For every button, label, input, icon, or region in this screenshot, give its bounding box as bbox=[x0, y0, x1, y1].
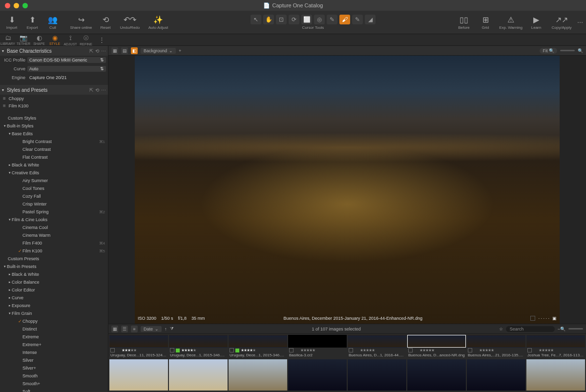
thumbnail[interactable] bbox=[169, 359, 228, 391]
preset-item[interactable]: Film F400⌘4 bbox=[0, 239, 108, 247]
grid-button[interactable]: ⊞Grid bbox=[477, 12, 494, 33]
zoom-out-icon[interactable]: −🔍 bbox=[558, 327, 565, 331]
menu-icon[interactable]: ⋯ bbox=[101, 48, 106, 54]
creative-edits-group[interactable]: ▾Creative Edits bbox=[0, 169, 108, 177]
star-rating[interactable]: ★★★★★ bbox=[300, 348, 315, 352]
tool-keystone[interactable]: ⬜ bbox=[301, 15, 312, 24]
search-input[interactable]: Search bbox=[506, 326, 555, 332]
multi-view-icon[interactable]: ▤ bbox=[121, 47, 128, 54]
tooltab-adjust[interactable]: ⟟ADJUST bbox=[63, 34, 78, 45]
preset-item[interactable]: Extreme+ bbox=[0, 341, 108, 349]
thumbnail[interactable] bbox=[229, 359, 287, 391]
tool-eraser[interactable]: ✎ bbox=[352, 15, 363, 24]
preset-group[interactable]: ▸Exposure bbox=[0, 302, 108, 309]
preset-item[interactable]: Silver+ bbox=[0, 364, 108, 372]
tooltab-more[interactable]: ⋮ bbox=[94, 34, 109, 45]
star-rating[interactable]: ★★★★★ bbox=[539, 348, 553, 352]
share-online-button[interactable]: ↪Share online bbox=[68, 12, 94, 33]
minimize-button[interactable] bbox=[14, 3, 19, 8]
applied-style-item[interactable]: ≡Choppy bbox=[0, 95, 108, 102]
preset-item[interactable]: Pastel Spring⌘2 bbox=[0, 208, 108, 216]
reset-icon[interactable]: ⟲ bbox=[95, 48, 99, 54]
thumb-checkbox[interactable] bbox=[110, 348, 115, 352]
thumb-checkbox[interactable] bbox=[349, 348, 353, 352]
add-icon[interactable]: + bbox=[179, 48, 181, 53]
tooltab-library[interactable]: 🗂LIBRARY bbox=[0, 34, 16, 45]
proof-view-icon[interactable]: ◧ bbox=[131, 47, 138, 54]
tooltab-style[interactable]: ◉STYLE bbox=[47, 34, 63, 45]
menu-icon[interactable]: ⋯ bbox=[101, 87, 106, 93]
thumbnail-cell[interactable]: ★★★★★ Buenos Aires,...21, 2016-135.CR2 bbox=[467, 335, 525, 357]
preset-item[interactable]: Silver bbox=[0, 356, 108, 364]
thumbnail-image[interactable] bbox=[288, 335, 347, 348]
cull-button[interactable]: 👥Cull bbox=[44, 12, 62, 33]
thumb-checkbox[interactable] bbox=[289, 348, 293, 352]
reset-icon[interactable]: ⟲ bbox=[95, 87, 99, 93]
preset-item[interactable]: Cozy Fall bbox=[0, 192, 108, 200]
thumbnail[interactable] bbox=[288, 359, 347, 391]
thumbnail-cell[interactable]: ★★★★★ Buenos Aires, D...1, 2016-44.CR2 bbox=[348, 335, 406, 357]
sort-select[interactable]: Date⌄ bbox=[141, 326, 162, 332]
tooltab-shape[interactable]: ◐SHAPE bbox=[31, 34, 47, 45]
tool-mask[interactable]: ✎ bbox=[327, 15, 337, 24]
color-tag[interactable] bbox=[355, 349, 358, 352]
list-view-icon[interactable]: ☰ bbox=[121, 326, 128, 332]
preset-item[interactable]: Crisp Winter bbox=[0, 200, 108, 208]
copy-apply-button[interactable]: ↗↗Copy/Apply bbox=[549, 12, 574, 33]
color-tag[interactable] bbox=[295, 349, 299, 352]
built-in-styles-item[interactable]: ▾Built-in Styles bbox=[0, 122, 108, 130]
tooltab-refine[interactable]: ⦾REFINE bbox=[78, 34, 94, 45]
tool-gradient[interactable]: ◢ bbox=[365, 15, 376, 24]
thumbnail[interactable] bbox=[467, 359, 525, 391]
thumbnail-cell[interactable]: ★★★★★ Joshua Tree, Fe...7, 2016-113.cr2 bbox=[526, 335, 585, 357]
thumb-checkbox[interactable] bbox=[170, 348, 174, 352]
color-tag[interactable] bbox=[176, 349, 180, 352]
preset-item[interactable]: Bright Contrast⌘1 bbox=[0, 138, 108, 145]
thumbnail-image[interactable] bbox=[526, 335, 585, 348]
film-grain-group[interactable]: ▾Film Grain bbox=[0, 309, 108, 317]
tool-crop[interactable]: ⊡ bbox=[276, 15, 287, 24]
tool-select[interactable]: ↖ bbox=[251, 15, 261, 24]
thumbnail[interactable] bbox=[526, 359, 585, 391]
star-rating[interactable]: ★★★★★ bbox=[360, 348, 375, 352]
preset-item[interactable]: ✓Choppy bbox=[0, 317, 108, 325]
preset-item[interactable]: Cinema Cool bbox=[0, 224, 108, 231]
auto-adjust-button[interactable]: ✨Auto Adjust bbox=[146, 12, 171, 33]
preset-item[interactable]: Distinct bbox=[0, 325, 108, 333]
exp-warning-button[interactable]: ⚠Exp. Warning bbox=[498, 12, 523, 33]
image-viewer[interactable]: ISO 3200 1/50 s f/1,8 35 mm Buenos Aires… bbox=[108, 56, 586, 324]
import-button[interactable]: ⬇Import bbox=[3, 12, 21, 33]
thumbnail-image[interactable] bbox=[407, 335, 466, 348]
star-rating[interactable]: ★★★★★ bbox=[122, 348, 136, 352]
tool-spot[interactable]: ◎ bbox=[314, 15, 325, 24]
preset-item[interactable]: Intense bbox=[0, 349, 108, 356]
filter-icon[interactable]: ⧩ bbox=[170, 326, 174, 331]
icc-profile-select[interactable]: Canon EOS-5D MkIII Generic⇅ bbox=[27, 57, 106, 63]
thumb-size-slider[interactable] bbox=[568, 328, 583, 330]
close-button[interactable] bbox=[5, 3, 10, 8]
color-tag-widget[interactable]: · · · · · bbox=[538, 316, 549, 321]
base-edits-group[interactable]: ▾Base Edits bbox=[0, 130, 108, 138]
export-button[interactable]: ⬆Export bbox=[23, 12, 41, 33]
thumbnail[interactable] bbox=[407, 359, 466, 391]
thumbnail-cell[interactable]: ★★★★★ Basilica-3.cr2 bbox=[288, 335, 347, 357]
thumbnail-image[interactable] bbox=[348, 335, 406, 348]
preset-group[interactable]: ▸Curve bbox=[0, 294, 108, 302]
thumb-checkbox[interactable] bbox=[408, 348, 413, 352]
filmstrip-view-icon[interactable]: ≡ bbox=[131, 326, 138, 332]
star-rating[interactable]: ★★★★★ bbox=[479, 348, 494, 352]
chevron-down-icon[interactable]: ▾ bbox=[2, 49, 7, 53]
maximize-button[interactable] bbox=[22, 3, 28, 8]
thumbnail-image[interactable] bbox=[169, 335, 228, 348]
tool-brush[interactable]: 🖌 bbox=[339, 15, 350, 24]
film-cine-group[interactable]: ▾Film & Cine Looks bbox=[0, 216, 108, 224]
star-rating[interactable]: ★★★★★ bbox=[181, 348, 196, 352]
preset-group[interactable]: ▸Black & White bbox=[0, 270, 108, 278]
rating-filter[interactable]: ☆ bbox=[499, 327, 503, 331]
preset-item[interactable]: Cool Tones bbox=[0, 185, 108, 192]
background-select[interactable]: Background⌄ bbox=[141, 48, 176, 54]
preset-group[interactable]: ▸Color Balance bbox=[0, 278, 108, 286]
built-in-presets-item[interactable]: ▾Built-in Presets bbox=[0, 263, 108, 270]
pin-icon[interactable]: ⇱ bbox=[89, 48, 93, 54]
color-tag[interactable] bbox=[474, 349, 478, 352]
